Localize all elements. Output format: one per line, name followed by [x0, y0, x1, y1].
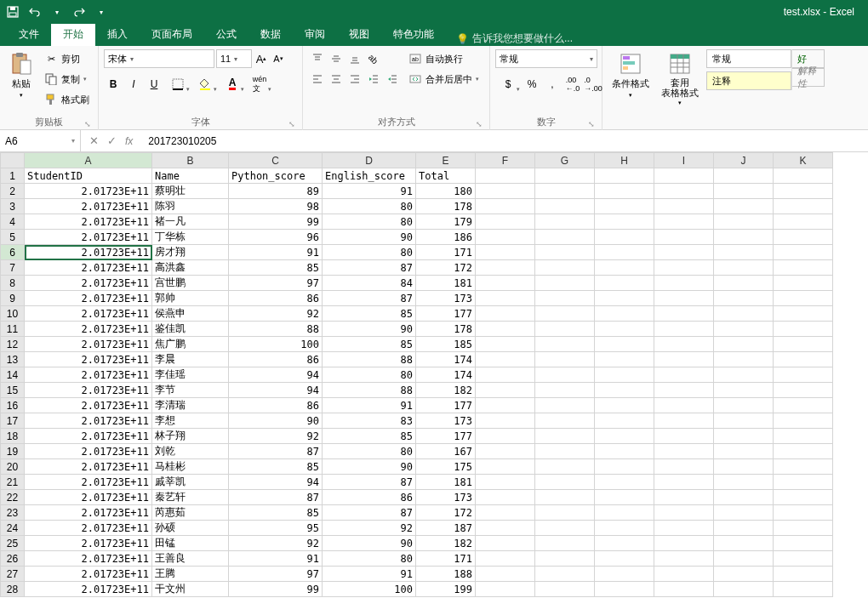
col-header-F[interactable]: F: [476, 153, 535, 168]
row-header[interactable]: 4: [1, 214, 25, 230]
cell[interactable]: [714, 582, 774, 597]
cell[interactable]: [476, 230, 535, 245]
cell[interactable]: 181: [416, 475, 476, 490]
cell[interactable]: [476, 306, 535, 322]
cell[interactable]: [476, 322, 535, 337]
cell[interactable]: [714, 260, 774, 276]
cell[interactable]: [654, 521, 714, 536]
cell[interactable]: [535, 352, 595, 367]
cell[interactable]: 92: [229, 536, 323, 551]
cell[interactable]: [535, 551, 595, 567]
cell[interactable]: [714, 567, 774, 582]
cell[interactable]: [595, 337, 654, 352]
wrap-text-button[interactable]: ab 自动换行: [405, 49, 483, 68]
cell[interactable]: 2.01723E+11: [25, 184, 152, 199]
cell[interactable]: [476, 582, 535, 597]
orientation-icon[interactable]: ab: [364, 49, 383, 68]
cell[interactable]: Python_score: [229, 168, 323, 184]
cell[interactable]: StudentID: [25, 168, 152, 184]
row-header[interactable]: 26: [1, 551, 25, 567]
cell[interactable]: [774, 398, 833, 413]
cell[interactable]: [476, 459, 535, 475]
cell[interactable]: [654, 475, 714, 490]
cell[interactable]: [774, 337, 833, 352]
cell[interactable]: [714, 230, 774, 245]
col-header-J[interactable]: J: [714, 153, 774, 168]
formula-input[interactable]: [141, 130, 868, 151]
col-header-I[interactable]: I: [654, 153, 714, 168]
cell[interactable]: [476, 475, 535, 490]
cell[interactable]: 177: [416, 306, 476, 322]
cell[interactable]: 188: [416, 567, 476, 582]
cell[interactable]: [654, 444, 714, 459]
align-left-icon[interactable]: [308, 70, 327, 88]
cell[interactable]: [535, 459, 595, 475]
fx-icon[interactable]: fx: [125, 135, 133, 147]
cell[interactable]: [654, 230, 714, 245]
cell[interactable]: 94: [229, 383, 323, 398]
cell[interactable]: [654, 168, 714, 184]
cell[interactable]: [654, 490, 714, 505]
cell[interactable]: 85: [323, 337, 416, 352]
cell[interactable]: 94: [229, 367, 323, 383]
cell[interactable]: 90: [323, 322, 416, 337]
cell[interactable]: [714, 490, 774, 505]
cell[interactable]: [654, 214, 714, 230]
cell[interactable]: [595, 276, 654, 291]
cell[interactable]: [476, 490, 535, 505]
cell[interactable]: [714, 184, 774, 199]
cell[interactable]: 90: [323, 459, 416, 475]
indent-decrease-icon[interactable]: [364, 70, 383, 88]
cell[interactable]: [714, 459, 774, 475]
launcher-icon[interactable]: ⤡: [84, 120, 91, 128]
cell[interactable]: 87: [229, 490, 323, 505]
cell[interactable]: 173: [416, 413, 476, 429]
fill-color-button[interactable]: [192, 75, 218, 94]
cell[interactable]: [476, 505, 535, 521]
cell[interactable]: [774, 459, 833, 475]
cell[interactable]: [535, 168, 595, 184]
cell[interactable]: 2.01723E+11: [25, 398, 152, 413]
cell[interactable]: 2.01723E+11: [25, 276, 152, 291]
cell[interactable]: [654, 306, 714, 322]
col-header-G[interactable]: G: [535, 153, 595, 168]
cell[interactable]: 181: [416, 276, 476, 291]
cell[interactable]: [714, 168, 774, 184]
row-header[interactable]: 5: [1, 230, 25, 245]
cell[interactable]: Name: [152, 168, 229, 184]
cell[interactable]: [714, 322, 774, 337]
cell[interactable]: [654, 322, 714, 337]
cell[interactable]: [595, 521, 654, 536]
cell[interactable]: 90: [229, 413, 323, 429]
cell[interactable]: [774, 322, 833, 337]
increase-font-icon[interactable]: A▴: [254, 49, 269, 68]
cell[interactable]: [535, 536, 595, 551]
format-table-button[interactable]: 套用 表格格式 ▾: [657, 49, 703, 109]
cell[interactable]: 戚莘凯: [152, 475, 229, 490]
cell[interactable]: [476, 521, 535, 536]
name-box[interactable]: A6 ▾: [0, 130, 81, 151]
cell[interactable]: [595, 582, 654, 597]
cell[interactable]: [535, 367, 595, 383]
cell[interactable]: [595, 260, 654, 276]
cell[interactable]: [774, 230, 833, 245]
qat-customize-icon[interactable]: ▾: [94, 4, 109, 20]
cell[interactable]: 89: [229, 184, 323, 199]
cell[interactable]: [595, 398, 654, 413]
cell[interactable]: 86: [323, 490, 416, 505]
chevron-down-icon[interactable]: ▾: [71, 137, 75, 145]
cell[interactable]: 85: [323, 306, 416, 322]
cell[interactable]: 2.01723E+11: [25, 536, 152, 551]
cell[interactable]: 88: [323, 383, 416, 398]
cell[interactable]: [535, 383, 595, 398]
row-header[interactable]: 18: [1, 429, 25, 444]
cell[interactable]: [535, 521, 595, 536]
cell[interactable]: [595, 505, 654, 521]
cell[interactable]: 91: [323, 398, 416, 413]
launcher-icon[interactable]: ⤡: [476, 120, 483, 128]
cell[interactable]: [714, 398, 774, 413]
cell[interactable]: [714, 413, 774, 429]
row-header[interactable]: 6: [1, 245, 25, 260]
cell[interactable]: [774, 245, 833, 260]
row-header[interactable]: 24: [1, 521, 25, 536]
